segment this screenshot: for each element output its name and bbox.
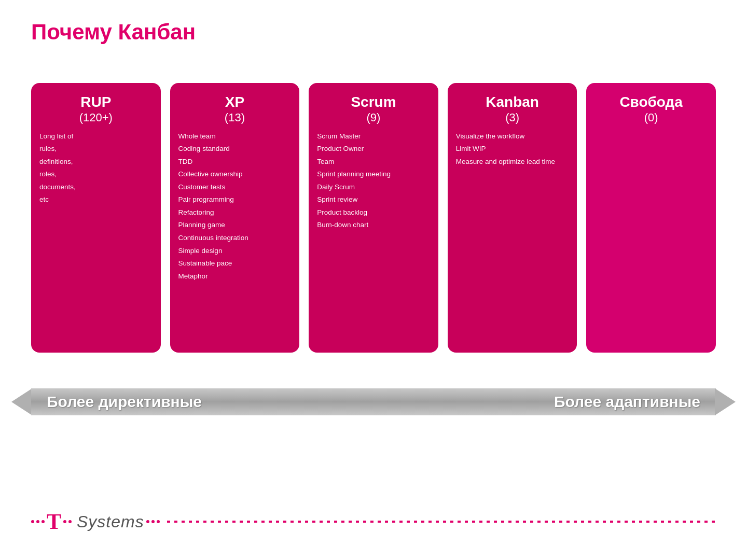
column-svoboda: Свобода (0) [586, 83, 716, 353]
list-item: Sustainable pace [178, 259, 292, 268]
rup-title: RUP [39, 93, 153, 111]
rup-items: Long list of rules, definitions, roles, … [39, 132, 153, 204]
list-item: Burn-down chart [317, 220, 430, 230]
rup-count: (120+) [39, 111, 153, 124]
column-kanban: Kanban (3) Visualize the workflow Limit … [448, 83, 577, 353]
arrow-label-right: Более адаптивные [554, 393, 716, 411]
arrow-bar-container: Более директивные Более адаптивные [31, 386, 716, 417]
page-title: Почему Канбан [31, 20, 196, 45]
arrow-label-left: Более директивные [31, 393, 202, 411]
logo-dotted-line [167, 521, 716, 523]
list-item: Daily Scrum [317, 183, 430, 192]
kanban-count: (3) [456, 111, 569, 124]
list-item: definitions, [39, 157, 153, 166]
list-item: Metaphor [178, 272, 292, 281]
logo-t: T [47, 509, 62, 534]
dot-icon [31, 520, 34, 523]
list-item: TDD [178, 157, 292, 166]
list-item: Scrum Master [317, 132, 430, 141]
dot-icon [63, 520, 66, 523]
list-item: Pair programming [178, 195, 292, 204]
list-item: Sprint planning meeting [317, 170, 430, 179]
dot-icon [68, 520, 72, 523]
xp-count: (13) [178, 111, 292, 124]
list-item: Team [317, 157, 430, 166]
arrow-right-head [715, 388, 736, 415]
logo-prefix-dots [31, 520, 47, 523]
list-item: Coding standard [178, 144, 292, 153]
list-item: Measure and optimize lead time [456, 157, 569, 166]
arrow-left-head [11, 388, 32, 415]
arrow-bar: Более директивные Более адаптивные [31, 388, 716, 415]
svoboda-count: (0) [594, 111, 708, 124]
list-item: Simple design [178, 246, 292, 256]
logo-after-dots [146, 520, 162, 523]
list-item: documents, [39, 183, 153, 192]
list-item: Limit WIP [456, 144, 569, 153]
dot-icon [157, 520, 160, 523]
list-item: Refactoring [178, 208, 292, 217]
list-item: Customer tests [178, 183, 292, 192]
list-item: Visualize the workflow [456, 132, 569, 141]
svoboda-title: Свобода [594, 93, 708, 111]
logo-systems: Systems [77, 512, 144, 531]
dot-icon [151, 520, 155, 523]
dot-icon [42, 520, 45, 523]
list-item: Product backlog [317, 208, 430, 217]
column-scrum: Scrum (9) Scrum Master Product Owner Tea… [309, 83, 438, 353]
list-item: Whole team [178, 132, 292, 141]
column-rup: RUP (120+) Long list of rules, definitio… [31, 83, 161, 353]
scrum-count: (9) [317, 111, 430, 124]
list-item: rules, [39, 144, 153, 153]
list-item: Planning game [178, 220, 292, 230]
column-xp: XP (13) Whole team Coding standard TDD C… [170, 83, 300, 353]
scrum-title: Scrum [317, 93, 430, 111]
list-item: Collective ownership [178, 170, 292, 179]
columns-container: RUP (120+) Long list of rules, definitio… [31, 83, 716, 353]
list-item: Continuous integration [178, 233, 292, 243]
dot-icon [146, 520, 149, 523]
kanban-items: Visualize the workflow Limit WIP Measure… [456, 132, 569, 166]
list-item: Long list of [39, 132, 153, 141]
list-item: roles, [39, 170, 153, 179]
list-item: Sprint review [317, 195, 430, 204]
footer: T Systems [31, 509, 716, 534]
logo-middle-dots [63, 520, 74, 523]
kanban-title: Kanban [456, 93, 569, 111]
dot-icon [36, 520, 39, 523]
list-item: Product Owner [317, 144, 430, 153]
xp-items: Whole team Coding standard TDD Collectiv… [178, 132, 292, 281]
list-item: etc [39, 195, 153, 204]
scrum-items: Scrum Master Product Owner Team Sprint p… [317, 132, 430, 230]
arrow-body: Более директивные Более адаптивные [31, 388, 716, 415]
xp-title: XP [178, 93, 292, 111]
